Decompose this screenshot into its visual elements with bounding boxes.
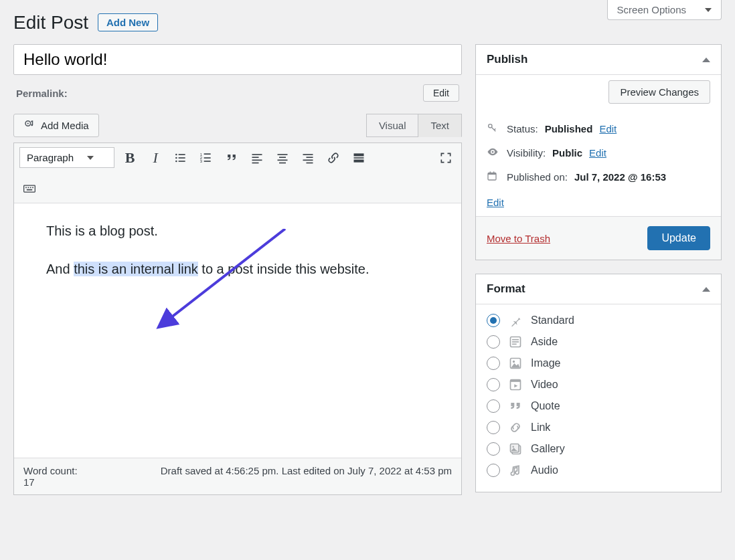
keyboard-toggle-button[interactable] [19, 179, 39, 199]
radio-button[interactable] [487, 421, 500, 434]
svg-text:3: 3 [200, 159, 202, 163]
bold-button[interactable]: B [120, 148, 140, 168]
add-new-button[interactable]: Add New [98, 13, 158, 31]
format-option-label: Video [531, 379, 558, 391]
svg-rect-30 [25, 187, 27, 189]
published-edit-link[interactable]: Edit [487, 197, 504, 208]
svg-rect-14 [252, 154, 262, 155]
svg-point-47 [513, 361, 515, 363]
svg-rect-15 [252, 157, 259, 158]
svg-point-6 [175, 160, 177, 162]
screen-options-label: Screen Options [617, 4, 686, 15]
format-option-link[interactable]: Link [487, 417, 710, 438]
svg-rect-44 [512, 341, 519, 343]
align-left-button[interactable] [247, 148, 267, 168]
text-tab[interactable]: Text [418, 114, 462, 137]
visual-tab[interactable]: Visual [366, 114, 419, 137]
svg-rect-9 [204, 153, 211, 155]
radio-button[interactable] [487, 378, 500, 391]
caret-down-icon [87, 156, 94, 160]
publish-box: Publish Preview Changes Status: Publishe… [475, 44, 722, 260]
svg-rect-33 [32, 187, 33, 189]
quote-format-icon [508, 399, 523, 413]
visibility-edit-link[interactable]: Edit [589, 147, 606, 159]
svg-rect-49 [511, 380, 521, 382]
radio-button[interactable] [487, 335, 500, 349]
svg-rect-24 [303, 159, 313, 161]
link-button[interactable] [323, 148, 343, 168]
video-format-icon [508, 378, 523, 391]
format-option-label: Standard [531, 314, 574, 326]
read-more-button[interactable] [349, 148, 369, 168]
svg-rect-13 [204, 161, 211, 162]
format-option-label: Image [531, 357, 560, 369]
editor-status-bar: Word count: 17 Draft saved at 4:56:25 pm… [14, 458, 461, 494]
text-fragment: And [46, 262, 74, 276]
word-count-value: 17 [23, 476, 117, 488]
numbered-list-button[interactable]: 123 [196, 148, 216, 168]
post-title-input[interactable] [13, 44, 462, 75]
collapse-icon [702, 287, 710, 292]
audio-format-icon [508, 464, 523, 477]
format-option-label: Aside [531, 336, 558, 348]
format-option-label: Link [531, 422, 550, 434]
standard-format-icon [508, 314, 523, 327]
publish-box-header[interactable]: Publish [476, 45, 721, 75]
radio-button[interactable] [487, 442, 500, 456]
format-option-label: Quote [531, 400, 560, 412]
highlighted-link-text: this is an internal link [74, 262, 198, 276]
format-box-header[interactable]: Format [476, 274, 721, 304]
aside-format-icon [508, 335, 523, 349]
add-media-button[interactable]: Add Media [13, 114, 99, 137]
blockquote-button[interactable] [222, 148, 242, 168]
svg-rect-29 [24, 185, 35, 192]
format-dropdown-label: Paragraph [27, 152, 74, 163]
preview-changes-button[interactable]: Preview Changes [608, 80, 710, 104]
update-button[interactable]: Update [647, 226, 710, 250]
content-editor[interactable]: This is a blog post. And this is an inte… [14, 203, 461, 458]
svg-rect-26 [354, 153, 364, 156]
svg-point-37 [492, 151, 494, 153]
format-option-gallery[interactable]: Gallery [487, 438, 710, 460]
format-option-quote[interactable]: Quote [487, 395, 710, 417]
align-center-button[interactable] [272, 148, 293, 168]
align-right-button[interactable] [298, 148, 318, 168]
editor-toolbar: Paragraph B I 123 [14, 143, 461, 203]
bulleted-list-button[interactable] [171, 148, 191, 168]
screen-options-button[interactable]: Screen Options [607, 0, 722, 20]
status-label: Status: [507, 123, 538, 134]
move-to-trash-link[interactable]: Move to Trash [487, 233, 550, 244]
svg-point-52 [512, 446, 514, 448]
svg-rect-25 [307, 162, 313, 163]
format-list: StandardAsideImageVideoQuoteLinkGalleryA… [476, 304, 721, 492]
status-edit-link[interactable]: Edit [599, 123, 617, 134]
svg-point-4 [175, 157, 177, 159]
format-option-standard[interactable]: Standard [487, 310, 710, 331]
permalink-edit-button[interactable]: Edit [423, 84, 459, 102]
italic-button[interactable]: I [145, 148, 165, 168]
radio-button[interactable] [487, 314, 500, 327]
format-option-video[interactable]: Video [487, 374, 710, 395]
radio-button[interactable] [487, 357, 500, 370]
format-option-image[interactable]: Image [487, 353, 710, 374]
calendar-icon [487, 171, 500, 183]
svg-rect-5 [179, 157, 185, 159]
svg-rect-43 [512, 339, 519, 341]
eye-icon [487, 146, 500, 160]
radio-button[interactable] [487, 399, 500, 413]
svg-rect-7 [179, 161, 185, 162]
radio-button[interactable] [487, 464, 500, 477]
fullscreen-button[interactable] [436, 148, 456, 168]
editor-box: Paragraph B I 123 [13, 143, 462, 495]
format-box: Format StandardAsideImageVideoQuoteLinkG… [475, 274, 722, 492]
svg-rect-45 [512, 344, 517, 345]
svg-rect-20 [278, 159, 288, 161]
annotation-arrow [151, 229, 299, 349]
format-option-aside[interactable]: Aside [487, 331, 710, 353]
page-title: Edit Post [13, 12, 88, 33]
published-on-value: Jul 7, 2022 @ 16:53 [574, 171, 666, 183]
paragraph-format-dropdown[interactable]: Paragraph [19, 147, 114, 168]
format-option-audio[interactable]: Audio [487, 460, 710, 481]
format-option-label: Gallery [531, 443, 565, 455]
svg-point-36 [489, 124, 492, 128]
